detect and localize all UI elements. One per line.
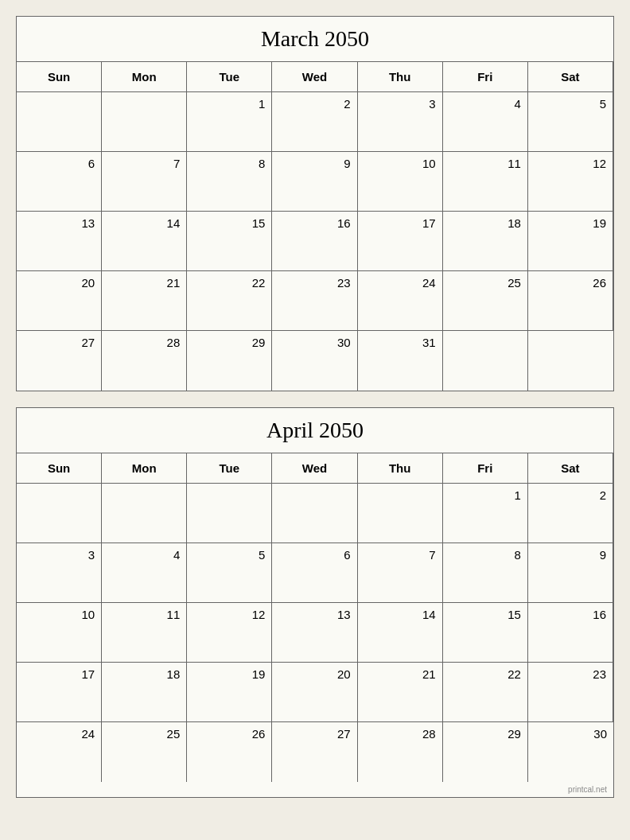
day-cell: 14 [358, 603, 443, 663]
day-cell [187, 484, 272, 543]
day-cell: 17 [17, 663, 102, 722]
day-header: Mon [102, 453, 187, 484]
day-cell: 27 [17, 331, 102, 391]
april-title: April 2050 [17, 408, 613, 453]
day-cell: 22 [187, 271, 272, 331]
day-cell: 18 [443, 212, 528, 271]
day-cell: 29 [443, 722, 528, 782]
day-cell: 15 [443, 603, 528, 663]
day-header: Wed [272, 62, 357, 92]
day-cell: 26 [528, 271, 613, 331]
day-cell [272, 484, 357, 543]
day-cell: 2 [272, 92, 357, 152]
day-cell: 9 [528, 543, 613, 603]
day-cell: 26 [187, 722, 272, 782]
day-cell: 12 [187, 603, 272, 663]
day-cell: 1 [443, 484, 528, 543]
day-cell: 8 [443, 543, 528, 603]
day-cell: 23 [528, 663, 613, 722]
day-header: Sun [17, 62, 102, 92]
day-cell: 5 [187, 543, 272, 603]
day-header: Sat [528, 62, 613, 92]
day-cell [102, 92, 187, 152]
day-cell [443, 331, 528, 391]
day-cell: 17 [358, 212, 443, 271]
day-cell: 3 [17, 543, 102, 603]
footer: printcal.net [17, 782, 613, 797]
march-grid: SunMonTueWedThuFriSat1234567891011121314… [17, 62, 613, 391]
calendar-container: March 2050 SunMonTueWedThuFriSat12345678… [16, 16, 614, 798]
day-cell: 22 [443, 663, 528, 722]
day-cell: 4 [102, 543, 187, 603]
day-cell [102, 484, 187, 543]
day-cell: 12 [528, 152, 613, 212]
day-cell: 4 [443, 92, 528, 152]
day-cell: 8 [187, 152, 272, 212]
day-cell: 21 [358, 663, 443, 722]
day-cell: 15 [187, 212, 272, 271]
day-header: Thu [358, 62, 443, 92]
day-cell: 30 [272, 331, 357, 391]
day-cell [17, 92, 102, 152]
day-cell: 1 [187, 92, 272, 152]
day-cell: 13 [17, 212, 102, 271]
day-cell: 24 [358, 271, 443, 331]
day-cell: 24 [17, 722, 102, 782]
day-cell: 18 [102, 663, 187, 722]
day-cell: 25 [102, 722, 187, 782]
day-cell: 10 [358, 152, 443, 212]
april-calendar: April 2050 SunMonTueWedThuFriSat12345678… [16, 407, 614, 798]
day-cell: 29 [187, 331, 272, 391]
day-header: Sat [528, 453, 613, 484]
day-cell: 14 [102, 212, 187, 271]
day-header: Tue [187, 62, 272, 92]
day-cell: 19 [187, 663, 272, 722]
day-cell: 6 [272, 543, 357, 603]
day-cell: 7 [358, 543, 443, 603]
day-cell: 11 [102, 603, 187, 663]
day-cell [528, 331, 613, 391]
april-grid: SunMonTueWedThuFriSat1234567891011121314… [17, 453, 613, 782]
day-cell: 25 [443, 271, 528, 331]
day-cell: 11 [443, 152, 528, 212]
day-header: Fri [443, 453, 528, 484]
day-cell: 6 [17, 152, 102, 212]
day-cell: 3 [358, 92, 443, 152]
day-cell: 21 [102, 271, 187, 331]
day-cell [358, 484, 443, 543]
day-cell: 16 [272, 212, 357, 271]
day-cell: 5 [528, 92, 613, 152]
day-cell: 7 [102, 152, 187, 212]
day-cell: 10 [17, 603, 102, 663]
day-cell: 28 [102, 331, 187, 391]
day-cell: 23 [272, 271, 357, 331]
day-cell: 13 [272, 603, 357, 663]
day-cell: 27 [272, 722, 357, 782]
day-header: Thu [358, 453, 443, 484]
day-cell: 31 [358, 331, 443, 391]
day-cell: 20 [17, 271, 102, 331]
day-cell: 20 [272, 663, 357, 722]
day-cell: 16 [528, 603, 613, 663]
march-calendar: March 2050 SunMonTueWedThuFriSat12345678… [16, 16, 614, 391]
day-cell: 28 [358, 722, 443, 782]
day-header: Tue [187, 453, 272, 484]
day-cell: 30 [528, 722, 613, 782]
day-cell: 2 [528, 484, 613, 543]
day-header: Fri [443, 62, 528, 92]
day-header: Wed [272, 453, 357, 484]
day-cell: 9 [272, 152, 357, 212]
day-header: Mon [102, 62, 187, 92]
day-cell [17, 484, 102, 543]
march-title: March 2050 [17, 17, 613, 62]
day-header: Sun [17, 453, 102, 484]
day-cell: 19 [528, 212, 613, 271]
